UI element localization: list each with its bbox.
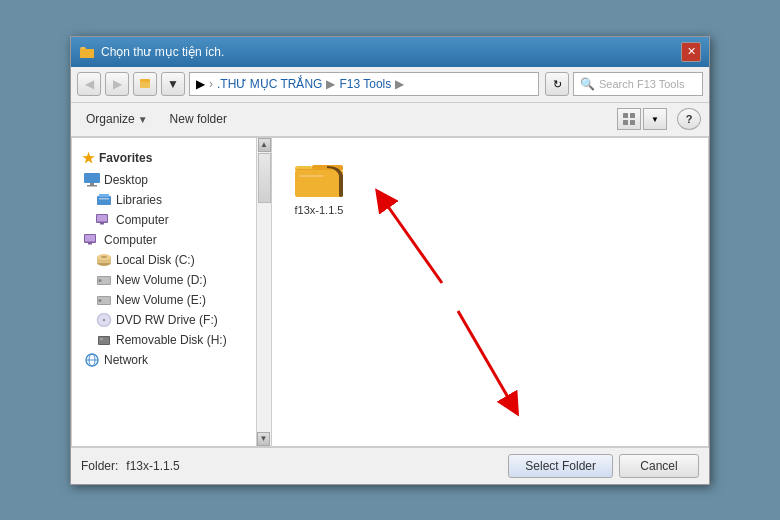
folder-item-f13x[interactable]: f13x-1.1.5 xyxy=(284,150,354,224)
star-icon: ★ xyxy=(82,150,95,166)
svg-point-28 xyxy=(99,299,102,302)
sidebar-item-computer1[interactable]: Computer xyxy=(76,210,255,230)
cancel-button[interactable]: Cancel xyxy=(619,454,699,478)
svg-point-31 xyxy=(103,318,106,321)
sidebar-item-e[interactable]: New Volume (E:) xyxy=(76,290,255,310)
organize-button[interactable]: Organize ▼ xyxy=(79,108,155,130)
folder-label-row: Folder: f13x-1.1.5 xyxy=(81,459,508,473)
nav-dropdown[interactable]: ▼ xyxy=(161,72,185,96)
scroll-up[interactable]: ▲ xyxy=(258,138,271,152)
sidebar-label-network: Network xyxy=(104,353,148,367)
sidebar-label-c: Local Disk (C:) xyxy=(116,253,195,267)
sidebar-item-c[interactable]: Local Disk (C:) xyxy=(76,250,255,270)
sidebar-label-libraries: Libraries xyxy=(116,193,162,207)
scrollbar[interactable]: ▲ ▼ xyxy=(256,138,271,446)
new-folder-button[interactable]: New folder xyxy=(163,108,234,130)
svg-rect-10 xyxy=(97,196,111,205)
up-button[interactable] xyxy=(133,72,157,96)
favorites-header: ★ Favorites xyxy=(76,146,255,170)
breadcrumb-item-1[interactable]: .THƯ MỤC TRẮNG xyxy=(217,77,322,91)
sidebar-label-f: DVD RW Drive (F:) xyxy=(116,313,218,327)
organize-dropdown-icon: ▼ xyxy=(138,114,148,125)
svg-rect-14 xyxy=(97,215,107,222)
close-button[interactable]: ✕ xyxy=(681,42,701,62)
svg-rect-17 xyxy=(85,235,95,242)
folder-name-label: f13x-1.1.5 xyxy=(295,204,344,216)
bottom-bar: Folder: f13x-1.1.5 Select Folder Cancel xyxy=(71,447,709,484)
left-panel: ★ Favorites Desktop Libraries xyxy=(72,138,272,446)
scroll-down[interactable]: ▼ xyxy=(257,432,270,446)
view-controls: ▼ ? xyxy=(617,108,701,130)
svg-rect-4 xyxy=(630,113,635,118)
red-arrow-2 xyxy=(428,306,548,426)
disk-d-icon xyxy=(96,273,112,287)
sidebar-item-network[interactable]: Network xyxy=(76,350,255,370)
sidebar-label-computer1: Computer xyxy=(116,213,169,227)
new-folder-label: New folder xyxy=(170,112,227,126)
disk-e-icon xyxy=(96,293,112,307)
svg-rect-39 xyxy=(295,170,343,197)
nav-bar: ◀ ▶ ▼ ▶ › .THƯ MỤC TRẮNG ▶ F13 Tools ▶ ↻… xyxy=(71,67,709,103)
view-icon xyxy=(622,112,636,126)
search-placeholder: Search F13 Tools xyxy=(599,78,684,90)
svg-rect-1 xyxy=(80,49,94,58)
sidebar-label-d: New Volume (D:) xyxy=(116,273,207,287)
title-text: Chọn thư mục tiện ích. xyxy=(101,45,224,59)
computer-icon2 xyxy=(84,233,100,247)
svg-point-25 xyxy=(99,279,102,282)
breadcrumb-item-2[interactable]: F13 Tools xyxy=(339,77,391,91)
up-icon xyxy=(139,78,151,90)
network-icon xyxy=(84,353,100,367)
folder-value-text: f13x-1.1.5 xyxy=(126,459,179,473)
sidebar-item-computer2[interactable]: Computer xyxy=(76,230,255,250)
title-bar-left: Chọn thư mục tiện ích. xyxy=(79,44,224,60)
breadcrumb-sep2: ▶ xyxy=(326,77,335,91)
breadcrumb-sep3: ▶ xyxy=(395,77,404,91)
computer-icon1 xyxy=(96,213,112,227)
scroll-thumb[interactable] xyxy=(258,153,271,203)
sidebar-item-h[interactable]: Removable Disk (H:) xyxy=(76,330,255,350)
select-folder-button[interactable]: Select Folder xyxy=(508,454,613,478)
sidebar-label-desktop: Desktop xyxy=(104,173,148,187)
sidebar-item-desktop[interactable]: Desktop xyxy=(76,170,255,190)
view-dropdown-button[interactable]: ▼ xyxy=(643,108,667,130)
search-box[interactable]: 🔍 Search F13 Tools xyxy=(573,72,703,96)
library-icon xyxy=(96,193,112,207)
breadcrumb[interactable]: ▶ › .THƯ MỤC TRẮNG ▶ F13 Tools ▶ xyxy=(189,72,539,96)
sidebar-item-libraries[interactable]: Libraries xyxy=(76,190,255,210)
view-button[interactable] xyxy=(617,108,641,130)
right-panel: f13x-1.1.5 xyxy=(272,138,708,446)
red-arrow-1 xyxy=(352,188,482,288)
title-bar: Chọn thư mục tiện ích. ✕ xyxy=(71,37,709,67)
desktop-icon xyxy=(84,173,100,187)
svg-line-42 xyxy=(382,198,442,283)
sidebar-label-computer2: Computer xyxy=(104,233,157,247)
svg-rect-7 xyxy=(84,173,100,183)
svg-rect-9 xyxy=(87,185,97,187)
breadcrumb-sep1: › xyxy=(209,77,213,91)
svg-rect-5 xyxy=(623,120,628,125)
refresh-button[interactable]: ↻ xyxy=(545,72,569,96)
back-button[interactable]: ◀ xyxy=(77,72,101,96)
svg-rect-3 xyxy=(623,113,628,118)
sidebar-label-e: New Volume (E:) xyxy=(116,293,206,307)
favorites-label: Favorites xyxy=(99,151,152,165)
svg-rect-11 xyxy=(99,194,109,197)
sidebar-item-d[interactable]: New Volume (D:) xyxy=(76,270,255,290)
svg-rect-12 xyxy=(99,198,109,200)
bottom-buttons: Select Folder Cancel xyxy=(508,454,699,478)
organize-label: Organize xyxy=(86,112,135,126)
breadcrumb-root: ▶ xyxy=(196,77,205,91)
svg-rect-35 xyxy=(100,338,103,340)
svg-point-22 xyxy=(101,255,107,257)
dvd-icon xyxy=(96,313,112,327)
sidebar-label-h: Removable Disk (H:) xyxy=(116,333,227,347)
folder-label-text: Folder: xyxy=(81,459,118,473)
forward-button[interactable]: ▶ xyxy=(105,72,129,96)
help-button[interactable]: ? xyxy=(677,108,701,130)
sidebar-item-f[interactable]: DVD RW Drive (F:) xyxy=(76,310,255,330)
usb-icon xyxy=(96,333,112,347)
svg-rect-8 xyxy=(90,183,94,185)
title-icon xyxy=(79,44,95,60)
folder-icon-f13x xyxy=(293,158,345,200)
